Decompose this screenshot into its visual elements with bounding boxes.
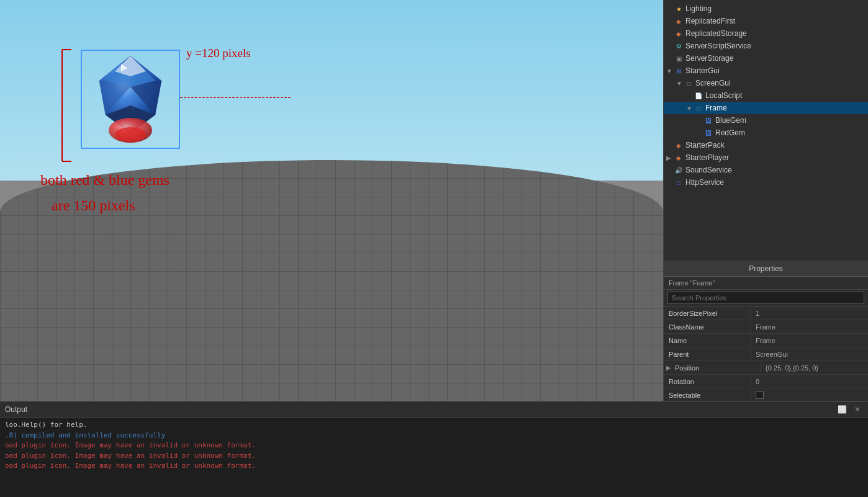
tree-item-replicatedStorage[interactable]: ◈ReplicatedStorage — [664, 27, 868, 40]
tree-item-frame[interactable]: ▼□Frame — [664, 102, 868, 114]
tree-item-screenGui[interactable]: ▼□ScreenGui — [664, 77, 868, 89]
tree-item-icon: 🔊 — [674, 165, 684, 175]
tree-expand-arrow[interactable]: ▼ — [666, 68, 674, 74]
prop-name-rotation: Rotation — [664, 377, 751, 387]
prop-row-classname[interactable]: ClassNameFrame — [664, 320, 868, 334]
svg-point-8 — [115, 127, 146, 142]
prop-row-selectable[interactable]: Selectable — [664, 388, 868, 401]
main-area: y =120 pixels both red & blue gems are 1… — [0, 0, 868, 401]
tree-item-icon: □ — [674, 177, 684, 187]
prop-value-name: Frame — [751, 336, 868, 346]
tree-item-icon: ◈ — [674, 140, 684, 150]
tree-item-icon: ◈ — [674, 16, 684, 26]
prop-row-name[interactable]: NameFrame — [664, 334, 868, 347]
prop-value-rotation: 0 — [751, 377, 868, 387]
tree-item-label: ServerStorage — [685, 54, 733, 63]
output-line: oad plugin icon. Image may have an inval… — [5, 441, 863, 451]
tree-item-label: SoundService — [685, 166, 732, 174]
tree-item-label: StarterPack — [685, 141, 725, 150]
tree-expand-arrow[interactable]: ▼ — [676, 80, 684, 87]
search-box[interactable] — [664, 290, 868, 307]
output-header: Output ⬜ ✕ — [0, 402, 868, 418]
prop-value-position: {0.25, 0},{0.25, 0} — [761, 363, 868, 373]
main-annotation: both red & blue gems are 150 pixels — [40, 168, 170, 218]
tree-item-starterPlayer[interactable]: ▶◈StarterPlayer — [664, 151, 868, 164]
tree-item-icon: ◈ — [674, 29, 684, 38]
tree-item-serverScriptService[interactable]: ⚙ServerScriptService — [664, 40, 868, 52]
prop-row-position[interactable]: ▶Position{0.25, 0},{0.25, 0} — [664, 361, 868, 375]
output-line: oad plugin icon. Image may have an inval… — [5, 451, 863, 462]
output-panel: Output ⬜ ✕ loo.Help() for help..8) compi… — [0, 401, 868, 497]
tree-item-soundService[interactable]: 🔊SoundService — [664, 164, 868, 176]
tree-item-redGem[interactable]: 🖼RedGem — [664, 127, 868, 139]
prop-row-rotation[interactable]: Rotation0 — [664, 375, 868, 388]
tree-item-httpService[interactable]: □HttpService — [664, 176, 868, 189]
prop-name-name: Name — [664, 336, 751, 346]
tree-item-icon: □ — [684, 78, 694, 88]
blue-gem — [87, 53, 174, 146]
tree-expand-arrow[interactable]: ▶ — [666, 154, 674, 161]
prop-row-parent[interactable]: ParentScreenGui — [664, 347, 868, 361]
tree-item-icon: ⊞ — [674, 66, 684, 76]
prop-name-parent: Parent — [664, 349, 751, 359]
tree-item-label: StarterPlayer — [685, 153, 729, 162]
prop-checkbox-selectable[interactable] — [756, 391, 764, 399]
tree-item-icon: 📄 — [694, 91, 703, 101]
tree-item-icon: ★ — [674, 4, 684, 14]
properties-panel: Properties Frame "Frame" BorderSizePixel… — [664, 261, 868, 401]
output-line: loo.Help() for help. — [5, 420, 863, 431]
output-content: loo.Help() for help..8) compiled and ins… — [0, 418, 868, 497]
tree-item-icon: ▣ — [674, 53, 684, 63]
output-line: .8) compiled and installed successfully — [5, 431, 863, 441]
annotation-line-h — [180, 96, 304, 99]
tree-item-label: Lighting — [685, 4, 712, 13]
viewport: y =120 pixels both red & blue gems are 1… — [0, 0, 663, 401]
tree-item-icon: ⚙ — [674, 41, 684, 51]
left-bracket — [47, 43, 84, 168]
output-expand-button[interactable]: ⬜ — [835, 404, 849, 415]
tree-item-localScript[interactable]: 📄LocalScript — [664, 89, 868, 102]
tree-item-label: ReplicatedFirst — [685, 17, 735, 25]
prop-name-selectable: Selectable — [664, 390, 751, 400]
tree-item-icon: 🖼 — [703, 115, 713, 125]
explorer-panel[interactable]: ★Lighting◈ReplicatedFirst◈ReplicatedStor… — [664, 0, 868, 261]
tree-item-icon: □ — [694, 103, 703, 113]
tree-item-serverStorage[interactable]: ▣ServerStorage — [664, 52, 868, 65]
tree-expand-arrow[interactable]: ▼ — [686, 105, 694, 112]
tree-item-starterPack[interactable]: ◈StarterPack — [664, 139, 868, 151]
tree-item-label: ReplicatedStorage — [685, 29, 747, 38]
prop-value-bordersizepixel: 1 — [751, 308, 868, 318]
output-line: oad plugin icon. Image may have an inval… — [5, 461, 863, 472]
prop-name-classname: ClassName — [664, 322, 751, 332]
tree-item-icon: 🖼 — [703, 128, 713, 138]
right-panel: ★Lighting◈ReplicatedFirst◈ReplicatedStor… — [663, 0, 868, 401]
output-title: Output — [5, 405, 27, 414]
tree-item-label: ServerScriptService — [685, 42, 751, 50]
tree-item-label: StarterGui — [685, 66, 720, 75]
prop-value-selectable[interactable] — [751, 390, 868, 400]
prop-row-bordersizepixel[interactable]: BorderSizePixel1 — [664, 307, 868, 320]
y-annotation: y =120 pixels — [186, 47, 251, 60]
tree-item-label: ScreenGui — [695, 79, 731, 87]
properties-table: BorderSizePixel1ClassNameFrameNameFrameP… — [664, 307, 868, 401]
tree-item-icon: ◈ — [674, 153, 684, 163]
tree-item-label: LocalScript — [705, 91, 742, 100]
prop-value-classname: Frame — [751, 322, 868, 332]
properties-header: Properties — [664, 261, 868, 277]
output-buttons: ⬜ ✕ — [835, 404, 863, 415]
tree-item-label: BlueGem — [715, 116, 746, 125]
tree-item-label: RedGem — [715, 128, 745, 137]
properties-frame-title: Frame "Frame" — [664, 277, 868, 290]
prop-expand-arrow[interactable]: ▶ — [664, 364, 674, 371]
tree-item-label: HttpService — [685, 178, 724, 187]
output-close-button[interactable]: ✕ — [852, 404, 863, 415]
tree-item-blueGem[interactable]: 🖼BlueGem — [664, 114, 868, 127]
search-properties-input[interactable] — [667, 292, 864, 304]
tree-item-lighting[interactable]: ★Lighting — [664, 2, 868, 15]
prop-value-parent: ScreenGui — [751, 349, 868, 359]
tree-item-starterGui[interactable]: ▼⊞StarterGui — [664, 65, 868, 77]
tree-item-replicatedFirst[interactable]: ◈ReplicatedFirst — [664, 15, 868, 27]
prop-name-bordersizepixel: BorderSizePixel — [664, 308, 751, 318]
tree-item-label: Frame — [705, 104, 727, 112]
prop-name-position: Position — [674, 363, 761, 373]
